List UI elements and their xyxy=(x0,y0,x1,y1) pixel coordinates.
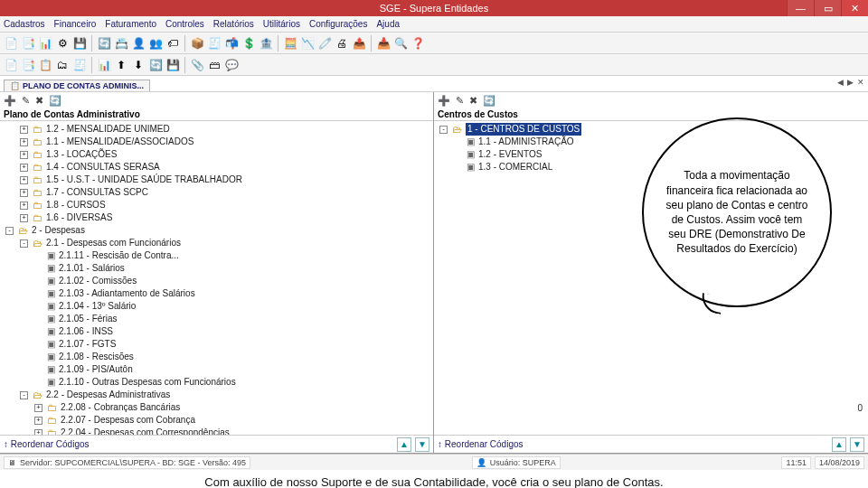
toolbar-icon-15[interactable]: 🧮 xyxy=(283,36,297,51)
tree-row[interactable]: +1.3 - LOCAÇÕES xyxy=(4,148,429,161)
tree-row[interactable]: 2.1.06 - INSS xyxy=(4,325,429,338)
tree-row[interactable]: -2 - Despesas xyxy=(4,224,429,237)
tree-row[interactable]: 2.1.11 - Rescisão de Contra... xyxy=(4,249,429,262)
expand-icon[interactable]: + xyxy=(20,189,28,197)
toolbar-icon-7[interactable]: 👤 xyxy=(131,36,146,51)
pane-tool-1[interactable]: ✎ xyxy=(456,95,464,107)
tab-nav-left-icon[interactable]: ◀ xyxy=(837,78,844,87)
reorder-button-right[interactable]: ↕ Reordenar Códigos xyxy=(438,439,524,449)
expand-icon[interactable]: + xyxy=(34,404,42,412)
toolbar-icon-3[interactable]: 🗂 xyxy=(55,58,70,72)
pane-tool-2[interactable]: ✖ xyxy=(469,95,477,107)
toolbar-icon-9[interactable]: 🏷 xyxy=(165,36,180,51)
toolbar-icon-5[interactable]: 🔄 xyxy=(97,36,111,51)
expand-icon[interactable]: + xyxy=(20,126,28,134)
menu-faturamento[interactable]: Faturamento xyxy=(105,19,156,29)
tree-row[interactable]: 2.1.09 - PIS/Autôn xyxy=(4,363,429,376)
tree-row[interactable]: 2.1.04 - 13º Salário xyxy=(4,300,429,313)
toolbar-icon-12[interactable]: 📬 xyxy=(224,36,239,51)
menu-configurações[interactable]: Configurações xyxy=(309,19,367,29)
pane-tool-3[interactable]: 🔄 xyxy=(49,95,61,107)
menu-utilitários[interactable]: Utilitários xyxy=(263,19,300,29)
tree-row[interactable]: +1.8 - CURSOS xyxy=(4,199,429,211)
toolbar-icon-14[interactable]: 🏦 xyxy=(259,36,273,51)
tree-row[interactable]: +1.6 - DIVERSAS xyxy=(4,211,429,224)
tree-row[interactable]: +1.5 - U.S.T - UNIDADE SAÚDE TRABALHADOR xyxy=(4,174,429,186)
reorder-button-left[interactable]: ↕ Reordenar Códigos xyxy=(4,439,90,449)
tree-row[interactable]: 2.1.02 - Comissões xyxy=(4,275,429,287)
collapse-icon[interactable]: - xyxy=(20,239,28,248)
tree-row[interactable]: +2.2.07 - Despesas com Cobrança xyxy=(4,414,429,427)
tree-row[interactable]: 2.1.01 - Salários xyxy=(4,262,429,275)
toolbar-icon-8[interactable]: 🔄 xyxy=(148,58,163,72)
toolbar-icon-4[interactable]: 🧾 xyxy=(72,58,87,72)
toolbar-icon-20[interactable]: 📥 xyxy=(376,36,391,51)
toolbar-icon-10[interactable]: 📦 xyxy=(190,36,204,51)
menu-cadastros[interactable]: Cadastros xyxy=(4,19,45,29)
tree-row[interactable]: 2.1.08 - Rescisões xyxy=(4,351,429,363)
tree-row[interactable]: 2.1.10 - Outras Despesas com Funcionário… xyxy=(4,376,429,389)
tree-row[interactable]: 2.1.03 - Adiantamento de Salários xyxy=(4,287,429,300)
toolbar-icon-2[interactable]: 📊 xyxy=(38,36,52,51)
toolbar-icon-6[interactable]: ⬆ xyxy=(114,58,128,72)
tab-nav-right-icon[interactable]: ▶ xyxy=(847,78,854,87)
tab-close-icon[interactable]: ✕ xyxy=(857,78,864,87)
toolbar-icon-18[interactable]: 🖨 xyxy=(335,36,349,51)
toolbar-icon-22[interactable]: ❓ xyxy=(410,36,425,51)
toolbar-icon-1[interactable]: 📑 xyxy=(21,36,35,51)
toolbar-icon-5[interactable]: 📊 xyxy=(97,58,111,72)
tree-row[interactable]: +1.1 - MENSALIDADE/ASSOCIADOS xyxy=(4,136,429,148)
toolbar-icon-11[interactable]: 🗃 xyxy=(207,58,222,72)
toolbar-icon-16[interactable]: 📉 xyxy=(300,36,315,51)
pane-tool-1[interactable]: ✎ xyxy=(22,95,30,107)
collapse-icon[interactable]: - xyxy=(5,227,14,235)
toolbar-icon-9[interactable]: 💾 xyxy=(165,58,180,72)
tree-row[interactable]: -2.2 - Despesas Administrativas xyxy=(4,389,429,401)
expand-icon[interactable]: + xyxy=(20,176,28,184)
toolbar-icon-11[interactable]: 🧾 xyxy=(207,36,222,51)
pane-tool-3[interactable]: 🔄 xyxy=(483,95,495,107)
close-button[interactable]: ✕ xyxy=(841,0,868,16)
tree-row[interactable]: +1.4 - CONSULTAS SERASA xyxy=(4,161,429,174)
tab-plano-contas[interactable]: 📋 PLANO DE CONTAS ADMINIS... xyxy=(4,80,150,91)
toolbar-icon-0[interactable]: 📄 xyxy=(4,36,18,51)
expand-icon[interactable]: + xyxy=(20,164,28,172)
tree-plano-contas[interactable]: +1.2 - MENSALIDADE UNIMED+1.1 - MENSALID… xyxy=(0,121,433,435)
expand-icon[interactable]: + xyxy=(20,202,28,210)
toolbar-icon-3[interactable]: ⚙ xyxy=(55,36,70,51)
pane-tool-0[interactable]: ➕ xyxy=(4,95,16,107)
maximize-button[interactable]: ▭ xyxy=(814,0,841,16)
menu-controles[interactable]: Controles xyxy=(165,19,204,29)
expand-icon[interactable]: + xyxy=(34,417,42,425)
move-up-button[interactable]: ▲ xyxy=(397,437,411,452)
toolbar-icon-10[interactable]: 📎 xyxy=(190,58,204,72)
menu-relatórios[interactable]: Relatórios xyxy=(213,19,254,29)
move-down-button[interactable]: ▼ xyxy=(850,437,864,452)
expand-icon[interactable]: + xyxy=(20,138,28,146)
toolbar-icon-4[interactable]: 💾 xyxy=(72,36,87,51)
menu-financeiro[interactable]: Financeiro xyxy=(54,19,97,29)
tree-row[interactable]: +1.7 - CONSULTAS SCPC xyxy=(4,186,429,199)
menu-ajuda[interactable]: Ajuda xyxy=(376,19,400,29)
expand-icon[interactable]: + xyxy=(20,151,28,159)
toolbar-icon-13[interactable]: 💲 xyxy=(241,36,256,51)
minimize-button[interactable]: — xyxy=(787,0,814,16)
toolbar-icon-2[interactable]: 📋 xyxy=(38,58,52,72)
move-up-button[interactable]: ▲ xyxy=(832,437,846,452)
tree-row[interactable]: 2.1.05 - Férias xyxy=(4,313,429,325)
toolbar-icon-0[interactable]: 📄 xyxy=(4,58,18,72)
collapse-icon[interactable]: - xyxy=(439,126,448,134)
tree-row[interactable]: -2.1 - Despesas com Funcionários xyxy=(4,237,429,249)
toolbar-icon-8[interactable]: 👥 xyxy=(148,36,163,51)
toolbar-icon-21[interactable]: 🔍 xyxy=(393,36,408,51)
tree-row[interactable]: +2.2.04 - Despesas com Correspondências xyxy=(4,427,429,435)
toolbar-icon-12[interactable]: 💬 xyxy=(224,58,239,72)
toolbar-icon-7[interactable]: ⬇ xyxy=(131,58,146,72)
toolbar-icon-19[interactable]: 📤 xyxy=(352,36,366,51)
pane-tool-2[interactable]: ✖ xyxy=(35,95,43,107)
toolbar-icon-1[interactable]: 📑 xyxy=(21,58,35,72)
toolbar-icon-6[interactable]: 📇 xyxy=(114,36,128,51)
tree-row[interactable]: +2.2.08 - Cobranças Bancárias xyxy=(4,401,429,414)
expand-icon[interactable]: + xyxy=(20,214,28,222)
collapse-icon[interactable]: - xyxy=(20,391,28,399)
